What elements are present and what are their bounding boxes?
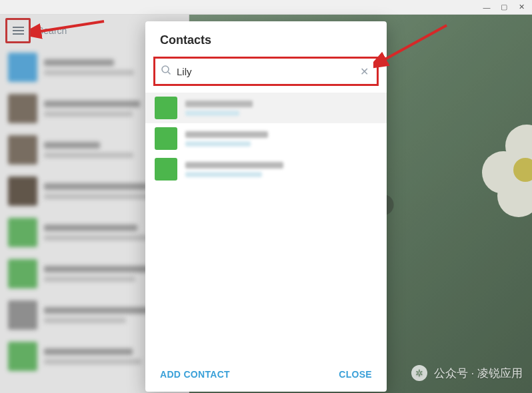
window-titlebar: — ▢ ✕ <box>0 0 532 15</box>
search-icon <box>161 65 171 78</box>
maximize-button[interactable]: ▢ <box>500 3 508 11</box>
close-window-button[interactable]: ✕ <box>517 3 525 11</box>
minimize-button[interactable]: — <box>483 3 491 11</box>
svg-point-0 <box>162 66 169 73</box>
watermark-text: 公众号 · 凌锐应用 <box>434 366 523 381</box>
menu-button[interactable] <box>13 27 24 35</box>
watermark: ✲ 公众号 · 凌锐应用 <box>411 365 523 381</box>
contacts-search-highlight: ✕ <box>153 57 379 86</box>
contacts-results <box>145 90 387 358</box>
sidebar-search-input[interactable]: Search <box>37 25 67 36</box>
modal-title: Contacts <box>145 21 387 57</box>
svg-line-1 <box>168 72 171 75</box>
clear-search-icon[interactable]: ✕ <box>357 63 371 81</box>
watermark-icon: ✲ <box>411 365 427 381</box>
contacts-search-input[interactable] <box>177 66 352 77</box>
contacts-modal: Contacts ✕ ADD CONTACT CLOSE <box>145 21 387 392</box>
menu-button-highlight <box>5 18 31 43</box>
contact-result-item[interactable] <box>145 93 387 123</box>
contact-result-item[interactable] <box>145 123 387 154</box>
add-contact-button[interactable]: ADD CONTACT <box>160 369 230 380</box>
close-modal-button[interactable]: CLOSE <box>339 369 372 380</box>
contact-result-item[interactable] <box>145 154 387 185</box>
